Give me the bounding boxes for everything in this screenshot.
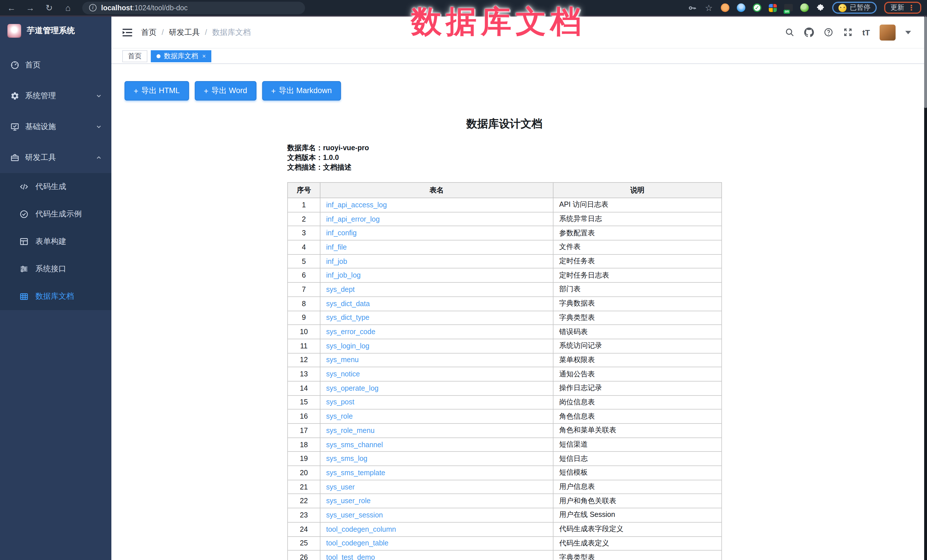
table-name-link[interactable]: sys_error_code: [326, 328, 375, 336]
extensions-puzzle-icon[interactable]: [816, 3, 825, 12]
grid-sq: [773, 4, 777, 8]
cell-no: 12: [287, 353, 320, 367]
table-name-link[interactable]: sys_notice: [326, 370, 360, 378]
table-row: 4inf_file文件表: [287, 240, 722, 254]
table-row: 6inf_job_log定时任务日志表: [287, 269, 722, 282]
document-title: 数据库设计文档: [287, 117, 721, 131]
table-row: 9sys_dict_type字典类型表: [287, 311, 722, 325]
cell-desc: 定时任务表: [553, 255, 722, 269]
screen: ← → ↻ ⌂ i localhost:1024/tool/db-doc ☆ ✓…: [0, 0, 927, 560]
sidebar-item-form-builder[interactable]: 表单构建: [0, 228, 111, 255]
extension-check-icon[interactable]: ✓: [753, 3, 761, 12]
table-name-link[interactable]: sys_user_role: [326, 497, 371, 505]
extension-grid-icon[interactable]: [769, 4, 777, 12]
browser-forward-icon[interactable]: →: [23, 2, 37, 14]
meta-label: 文档版本：: [287, 154, 323, 162]
sidebar-item-devtools[interactable]: 研发工具: [0, 142, 111, 173]
search-icon[interactable]: [785, 27, 795, 37]
extension-on-icon[interactable]: on: [784, 4, 793, 11]
table-name-link[interactable]: sys_sms_log: [326, 455, 368, 463]
github-icon[interactable]: [804, 27, 814, 37]
sidebar-item-home[interactable]: 首页: [0, 50, 111, 80]
code-icon: [20, 182, 29, 191]
table-name-link[interactable]: inf_job: [326, 257, 347, 265]
cell-no: 4: [287, 240, 320, 254]
page-scrollbar[interactable]: [924, 17, 927, 560]
sidebar-item-label: 系统管理: [25, 91, 96, 101]
fullscreen-icon[interactable]: [843, 27, 853, 37]
extension-pin-icon[interactable]: [737, 3, 745, 12]
export-word-button[interactable]: + 导出 Word: [195, 81, 256, 100]
table-name-link[interactable]: inf_api_access_log: [326, 201, 387, 209]
sidebar-item-system[interactable]: 系统管理: [0, 80, 111, 111]
cell-table-name: sys_sms_template: [320, 466, 553, 480]
sidebar-fold-icon[interactable]: [122, 27, 133, 38]
table-name-link[interactable]: sys_operate_log: [326, 384, 378, 392]
sidebar-item-api[interactable]: 系统接口: [0, 255, 111, 283]
meta-value: 1.0.0: [323, 154, 339, 162]
cell-desc: 短信日志: [553, 452, 722, 466]
tag-home[interactable]: 首页: [122, 50, 147, 62]
extension-on-badge: on: [784, 10, 790, 14]
password-key-icon[interactable]: [688, 3, 697, 12]
table-name-link[interactable]: sys_role: [326, 412, 353, 420]
table-row: 18sys_sms_channel短信渠道: [287, 437, 722, 451]
browser-update-menu[interactable]: 更新 ⋮: [884, 2, 921, 14]
table-name-link[interactable]: sys_menu: [326, 356, 359, 364]
sidebar: 芋道管理系统 首页 系统管理 基础设施: [0, 17, 111, 560]
export-html-button[interactable]: + 导出 HTML: [125, 81, 189, 100]
cell-desc: 参数配置表: [553, 226, 722, 240]
help-icon[interactable]: [824, 27, 833, 37]
table-name-link[interactable]: tool_test_demo: [326, 554, 375, 560]
table-name-link[interactable]: inf_file: [326, 243, 347, 251]
table-name-link[interactable]: tool_codegen_table: [326, 539, 388, 548]
browser-home-icon[interactable]: ⌂: [61, 2, 75, 14]
font-size-icon[interactable]: tT: [862, 28, 870, 37]
table-name-link[interactable]: sys_user_session: [326, 511, 383, 519]
cell-table-name: sys_dict_data: [320, 297, 553, 311]
browser-back-icon[interactable]: ←: [5, 2, 18, 14]
cell-table-name: sys_role: [320, 410, 553, 423]
table-name-link[interactable]: sys_post: [326, 398, 354, 406]
table-name-link[interactable]: sys_sms_template: [326, 469, 385, 477]
extension-orange-icon[interactable]: [721, 3, 729, 12]
extension-leaf-icon[interactable]: [800, 3, 809, 12]
table-name-link[interactable]: inf_config: [326, 229, 357, 237]
table-name-link[interactable]: sys_role_menu: [326, 426, 375, 435]
user-menu-caret-icon[interactable]: [905, 30, 911, 34]
col-header-desc: 说明: [553, 182, 722, 198]
table-name-link[interactable]: sys_user: [326, 483, 355, 491]
user-avatar[interactable]: [880, 24, 896, 40]
address-bar[interactable]: i localhost:1024/tool/db-doc: [82, 2, 305, 14]
table-name-link[interactable]: sys_login_log: [326, 342, 369, 350]
export-markdown-button[interactable]: + 导出 Markdown: [262, 81, 341, 100]
sidebar-item-codegen-example[interactable]: 代码生成示例: [0, 200, 111, 228]
table-name-link[interactable]: tool_codegen_column: [326, 525, 396, 533]
cell-table-name: inf_config: [320, 226, 553, 240]
table-name-link[interactable]: sys_dict_data: [326, 300, 370, 308]
tag-close-icon[interactable]: ×: [202, 53, 206, 59]
paused-extension-chip[interactable]: 已暂停: [832, 2, 877, 14]
breadcrumb-home[interactable]: 首页: [141, 27, 157, 37]
table-name-link[interactable]: sys_sms_channel: [326, 441, 383, 449]
sidebar-item-codegen[interactable]: 代码生成: [0, 173, 111, 200]
browser-reload-icon[interactable]: ↻: [42, 2, 56, 14]
tag-label: 数据库文档: [164, 51, 198, 61]
sidebar-item-db-doc[interactable]: 数据库文档: [0, 283, 111, 310]
site-info-icon[interactable]: i: [89, 4, 97, 11]
breadcrumb-devtools[interactable]: 研发工具: [169, 27, 200, 37]
table-name-link[interactable]: sys_dept: [326, 285, 355, 294]
table-name-link[interactable]: inf_job_log: [326, 272, 361, 279]
cell-no: 7: [287, 282, 320, 296]
table-name-link[interactable]: sys_dict_type: [326, 314, 369, 322]
scrollbar-thumb[interactable]: [924, 17, 927, 108]
cell-desc: 操作日志记录: [553, 381, 722, 395]
cell-desc: 岗位信息表: [553, 395, 722, 409]
tag-db-doc[interactable]: 数据库文档 ×: [151, 50, 211, 62]
sidebar-item-infra[interactable]: 基础设施: [0, 111, 111, 142]
app-logo-row[interactable]: 芋道管理系统: [0, 17, 111, 45]
bookmark-star-icon[interactable]: ☆: [704, 2, 713, 14]
cell-desc: 代码生成表字段定义: [553, 522, 722, 536]
table-name-link[interactable]: inf_api_error_log: [326, 215, 380, 223]
tags-view-bar: 首页 数据库文档 ×: [111, 48, 927, 64]
